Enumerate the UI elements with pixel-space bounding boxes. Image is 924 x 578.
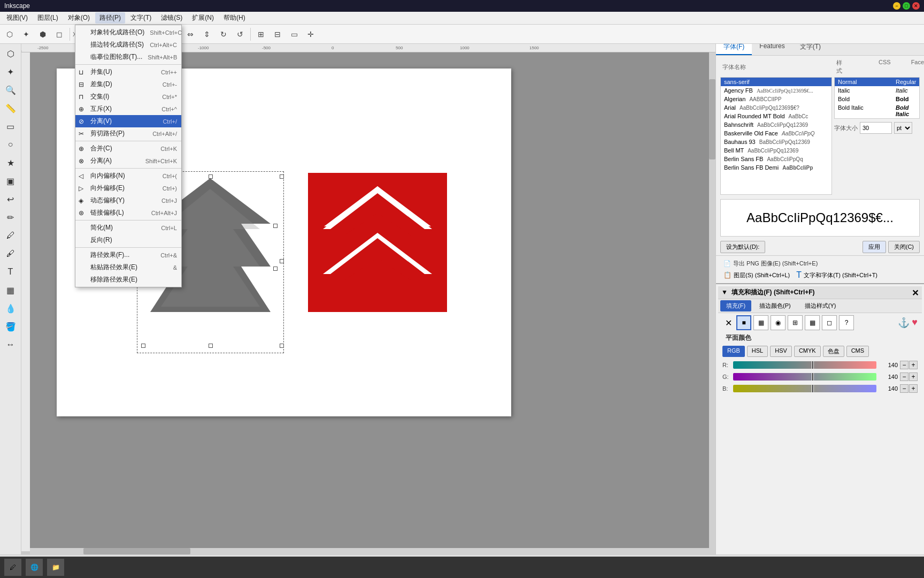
- fill-header-close[interactable]: ✕: [912, 288, 919, 298]
- sel-handle-r2[interactable]: [273, 267, 278, 271]
- sel-handle-bm[interactable]: [209, 344, 213, 348]
- tool-flip-h[interactable]: ⇔: [183, 27, 198, 42]
- horizontal-scrollbar[interactable]: [30, 548, 715, 554]
- r-minus[interactable]: −: [900, 361, 908, 369]
- menu-item-dynamic-offset[interactable]: ◈ 动态偏移(Y) Ctrl+J: [75, 194, 181, 207]
- fill-panel-header[interactable]: ▼ 填充和描边(F) (Shift+Ctrl+F) ✕: [718, 286, 922, 299]
- menu-item-combine[interactable]: ⊕ 合并(C) Ctrl+K: [75, 142, 181, 155]
- menu-item-outset[interactable]: ▷ 向外偏移(E) Ctrl+): [75, 182, 181, 194]
- menu-item-intersection[interactable]: ⊓ 交集(I) Ctrl+*: [75, 90, 181, 103]
- export-png-btn[interactable]: 📄 导出 PNG 图像(E) (Shift+Ctrl+E): [720, 258, 920, 269]
- tool-zoom[interactable]: ⬢: [35, 27, 50, 42]
- fill-none-btn[interactable]: ✕: [722, 317, 734, 329]
- tool-align[interactable]: ⊞: [253, 27, 268, 42]
- tool-dropper[interactable]: 💧: [2, 300, 19, 317]
- fill-flat-btn[interactable]: ■: [736, 315, 751, 330]
- menu-item-path-effects[interactable]: 路径效果(F)... Ctrl+&: [75, 249, 181, 261]
- menu-object[interactable]: 对象(O): [64, 12, 94, 24]
- r-slider[interactable]: [733, 361, 876, 369]
- menu-item-inset[interactable]: ◁ 向内偏移(N) Ctrl+(: [75, 170, 181, 182]
- tool-gradient[interactable]: ▦: [2, 282, 19, 299]
- fill-radial-btn[interactable]: ◉: [771, 315, 786, 330]
- font-item-arial-rounded[interactable]: Arial Rounded MT Bold AaBbCc: [721, 112, 831, 120]
- menu-item-union[interactable]: ⊔ 并集(U) Ctrl++: [75, 66, 181, 78]
- tool-connector[interactable]: ↔: [2, 336, 19, 353]
- menu-item-stroke-to-path[interactable]: 描边转化成路径(S) Ctrl+Alt+C: [75, 39, 181, 51]
- menu-view[interactable]: 视图(V): [2, 12, 32, 24]
- b-slider[interactable]: [733, 385, 876, 392]
- font-item-bell-mt[interactable]: Bell MT AaBbCcIiPpQq12369: [721, 146, 831, 155]
- sel-handle-tm[interactable]: [209, 174, 213, 179]
- tool-rotate-ccw[interactable]: ↺: [233, 27, 248, 42]
- style-item-bolditalic-face[interactable]: Bold Italic: [892, 103, 919, 118]
- tool-snap[interactable]: ✛: [303, 27, 318, 42]
- sel-handle-mr[interactable]: [280, 259, 284, 263]
- fill-linear-btn[interactable]: ▦: [753, 315, 768, 330]
- style-item-bold-face[interactable]: Bold: [892, 95, 919, 103]
- taskbar-chrome[interactable]: 🌐: [26, 559, 43, 576]
- tool-flip-v[interactable]: ⇕: [199, 27, 214, 42]
- fill-swatch-btn[interactable]: ◻: [822, 315, 837, 330]
- close-button[interactable]: ✕: [912, 2, 920, 10]
- tool-measure[interactable]: 📏: [2, 100, 19, 117]
- menu-item-cut-path[interactable]: ✂ 剪切路径(P) Ctrl+Alt+/: [75, 127, 181, 140]
- cm-tab-colorwheel[interactable]: 色盘: [823, 346, 844, 357]
- b-minus[interactable]: −: [900, 384, 908, 393]
- tool-rect-t[interactable]: ▭: [2, 118, 19, 135]
- b-plus[interactable]: +: [909, 384, 918, 393]
- menu-item-trace-bitmap[interactable]: 临摹位图轮廓(T)... Shift+Alt+B: [75, 51, 181, 63]
- font-size-unit[interactable]: pt px: [894, 122, 912, 134]
- style-item-bolditalic-label[interactable]: Bold Italic: [835, 103, 892, 118]
- font-item-baskerville[interactable]: Baskerville Old Face AaBbCcIiPpQ: [721, 129, 831, 138]
- vscroll-thumb[interactable]: [709, 79, 715, 159]
- menu-item-reverse[interactable]: 反向(R): [75, 234, 181, 246]
- menu-item-remove-path-effect[interactable]: 移除路径效果(E): [75, 273, 181, 286]
- g-thumb[interactable]: [812, 373, 814, 381]
- font-size-input[interactable]: [860, 122, 892, 134]
- tool-zoom-t[interactable]: 🔍: [2, 81, 19, 98]
- menu-text[interactable]: 文字(T): [126, 12, 156, 24]
- fill-heart-icon[interactable]: ♥: [912, 317, 918, 329]
- sel-handle-br[interactable]: [280, 344, 284, 348]
- tool-3d[interactable]: ▣: [2, 172, 19, 189]
- menu-item-object-to-path[interactable]: 对象转化成路径(O) Shift+Ctrl+C: [75, 26, 181, 39]
- fill-tab-stroke-style[interactable]: 描边样式(Y): [799, 300, 842, 311]
- tool-rotate-cw[interactable]: ↻: [216, 27, 231, 42]
- tool-select[interactable]: ⬡: [2, 27, 17, 42]
- style-item-bold-label[interactable]: Bold: [835, 95, 892, 103]
- fill-mesh-btn[interactable]: ⊞: [788, 315, 803, 330]
- red-logo-container[interactable]: [308, 173, 447, 314]
- minimize-button[interactable]: −: [893, 2, 900, 10]
- style-item-italic-label[interactable]: Italic: [835, 86, 892, 95]
- taskbar-inkscape[interactable]: 🖊: [4, 559, 21, 576]
- tool-node-edit[interactable]: ⬡: [2, 45, 19, 62]
- set-default-btn[interactable]: 设为默认(D):: [720, 241, 765, 253]
- sel-handle-tr[interactable]: [280, 174, 284, 179]
- menu-item-exclusion[interactable]: ⊕ 互斥(X) Ctrl+^: [75, 103, 181, 115]
- sel-handle-bl[interactable]: [141, 344, 145, 348]
- font-item-algerian[interactable]: Algerian AABBCCIIPP: [721, 95, 831, 103]
- menu-layer[interactable]: 图层(L): [33, 12, 63, 24]
- b-thumb[interactable]: [812, 385, 814, 392]
- menu-item-break-apart[interactable]: ⊗ 分离(A) Shift+Ctrl+K: [75, 155, 181, 167]
- tool-rect[interactable]: ◻: [52, 27, 67, 42]
- menu-path[interactable]: 路径(P): [95, 12, 125, 24]
- menu-item-difference[interactable]: ⊟ 差集(D) Ctrl+-: [75, 78, 181, 90]
- tool-star[interactable]: ★: [2, 154, 19, 171]
- tool-pen[interactable]: 🖊: [2, 227, 19, 244]
- tool-dist[interactable]: ⊟: [270, 27, 285, 42]
- taskbar-files[interactable]: 📁: [47, 559, 64, 576]
- cm-tab-cmyk[interactable]: CMYK: [794, 346, 821, 357]
- tool-tweak[interactable]: ✦: [2, 63, 19, 80]
- menu-extend[interactable]: 扩展(N): [188, 12, 218, 24]
- fill-pattern-btn[interactable]: ▦: [805, 315, 820, 330]
- g-plus[interactable]: +: [909, 372, 918, 381]
- sel-handle-r1[interactable]: [273, 224, 278, 228]
- fill-tab-fill[interactable]: 填充(F): [720, 300, 751, 311]
- tool-pencil[interactable]: ✏: [2, 209, 19, 226]
- fill-unknown-btn[interactable]: ?: [839, 315, 854, 330]
- g-minus[interactable]: −: [900, 372, 908, 381]
- cm-tab-cms[interactable]: CMS: [846, 346, 869, 357]
- font-item-berlin-sans-demi[interactable]: Berlin Sans FB Demi AaBbCcIiPp: [721, 163, 831, 172]
- fill-tab-stroke-color[interactable]: 描边颜色(P): [753, 300, 797, 311]
